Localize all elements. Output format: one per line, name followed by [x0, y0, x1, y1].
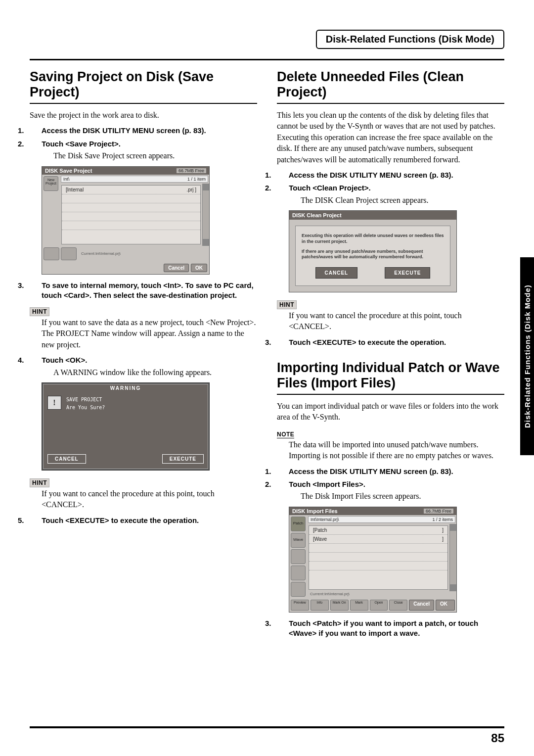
scroll-up-icon[interactable]: [450, 524, 456, 531]
screenshot-warning-dialog: WARNING ! SAVE PROJECT Are You Sure? CAN…: [42, 382, 210, 471]
side-tab: Disk-Related Functions (Disk Mode): [520, 257, 534, 455]
step-r3: 3. Touch <EXECUTE> to execute the operat…: [277, 337, 504, 347]
header-rule: [30, 59, 504, 60]
section-import-files: Importing Individual Patch or Wave Files…: [277, 360, 504, 391]
card-icon[interactable]: [291, 582, 306, 597]
import-cancel-button[interactable]: Cancel: [409, 600, 434, 611]
screenshot-clean-project: DISK Clean Project Executing this operat…: [289, 210, 457, 292]
right-column: Delete Unneeded Files (Clean Project) Th…: [277, 69, 504, 643]
mark-button[interactable]: Mark: [350, 600, 368, 611]
shot1-items: 1 / 1 item: [187, 177, 206, 182]
file-row-wave[interactable]: [Wave ]: [309, 535, 447, 544]
file-row-empty: [309, 562, 447, 570]
section-rule: [277, 394, 504, 395]
step-r2: 2. Touch <Clean Project>. The DISK Clean…: [277, 183, 504, 205]
scroll-up-icon[interactable]: [203, 184, 209, 190]
patch-tab[interactable]: Patch: [291, 517, 306, 531]
section-clean-project: Delete Unneeded Files (Clean Project): [277, 69, 504, 100]
row-name: [Internal: [66, 187, 187, 192]
step-2: 2. Touch <Save Project>. The Disk Save P…: [30, 139, 257, 161]
open-button[interactable]: Open: [370, 600, 388, 611]
ok-button[interactable]: OK: [191, 264, 207, 272]
clean-cancel-button[interactable]: CANCEL: [315, 267, 358, 279]
row-ext: ]: [442, 527, 444, 533]
step-5: 5. Touch <EXECUTE> to execute the operat…: [30, 516, 257, 525]
scroll-down-icon[interactable]: [450, 584, 456, 591]
step-r6-text: Touch <Patch> if you want to import a pa…: [289, 619, 478, 637]
current-path: Current:Int\Internal.prj\: [78, 251, 209, 256]
step-1-text: Access the DISK UTILITY MENU screen (p. …: [42, 126, 206, 135]
scroll-down-icon[interactable]: [203, 239, 209, 246]
clean-msg1: Executing this operation will delete unu…: [302, 233, 444, 244]
step-5-text: Touch <EXECUTE> to execute the operation…: [42, 516, 199, 524]
step-r1-text: Access the DISK UTILITY MENU screen (p. …: [289, 171, 453, 179]
scrollbar[interactable]: [449, 524, 456, 591]
info-button[interactable]: Info: [311, 600, 329, 611]
step-r2-text: Touch <Clean Project>.: [289, 184, 371, 192]
step-r5-sub: The Disk Import Files screen appears.: [301, 491, 504, 502]
step-r4: 1. Access the DISK UTILITY MENU screen (…: [277, 467, 504, 476]
step-4-sub: A WARNING window like the following appe…: [53, 367, 257, 378]
shot2-items: 1 / 2 items: [432, 517, 453, 522]
shot1-free: 66.7MB Free: [177, 168, 206, 173]
intro-save: Save the project in the work area to dis…: [30, 110, 257, 121]
import-ok-button[interactable]: OK: [436, 600, 455, 611]
shot2-free: 66.7MB Free: [424, 509, 453, 514]
step-4: 4. Touch <OK>. A WARNING window like the…: [30, 355, 257, 378]
int-icon[interactable]: [291, 566, 306, 580]
step-r3-text: Touch <EXECUTE> to execute the operation…: [289, 338, 446, 346]
preview-button[interactable]: Preview: [291, 600, 309, 611]
step-2-sub: The Disk Save Project screen appears.: [53, 150, 257, 161]
screenshot-disk-save-project: DISK Save Project 66.7MB Free New Projec…: [42, 166, 210, 275]
markon-button[interactable]: Mark On: [330, 600, 349, 611]
close-button[interactable]: Close: [389, 600, 407, 611]
step-3-text: To save to internal memory, touch <Int>.…: [42, 281, 254, 299]
step-r6: 3. Touch <Patch> if you want to import a…: [277, 618, 504, 639]
hint-2: If you want to cancel the procedure at t…: [42, 488, 257, 511]
chapter-header: Disk-Related Functions (Disk Mode): [316, 30, 504, 49]
step-r2-sub: The DISK Clean Project screen appears.: [301, 195, 504, 206]
cancel-button[interactable]: Cancel: [164, 264, 189, 272]
step-r5-text: Touch <Import Files>.: [289, 480, 365, 488]
shot1-title: DISK Save Project: [45, 168, 92, 174]
warning-icon: !: [47, 396, 61, 410]
warn-line2: Are You Sure?: [66, 404, 105, 412]
file-row-empty: [309, 544, 447, 553]
file-row-patch[interactable]: [Patch ]: [309, 526, 447, 535]
new-project-button[interactable]: New Project: [44, 176, 58, 191]
row-name: [Wave: [313, 536, 442, 542]
preset-icon[interactable]: [291, 549, 306, 564]
shot2-title: DISK Import Files: [292, 508, 338, 514]
int-icon[interactable]: [44, 247, 59, 260]
wave-tab[interactable]: Wave: [291, 533, 306, 548]
file-row-empty: [309, 553, 447, 562]
row-name: [Patch: [313, 527, 442, 533]
intro-clean: This lets you clean up the contents of t…: [277, 110, 504, 165]
warn-execute-button[interactable]: EXECUTE: [162, 454, 204, 464]
shot1-path: Int\: [63, 177, 70, 182]
footer-rule: [30, 726, 504, 728]
step-4-text: Touch <OK>.: [42, 356, 87, 364]
section-rule: [277, 103, 504, 104]
step-1: 1. Access the DISK UTILITY MENU screen (…: [30, 126, 257, 136]
warn-title: WARNING: [44, 384, 208, 392]
row-ext: ]: [442, 536, 444, 542]
hint-label: HINT: [30, 307, 49, 316]
hint-r1: If you want to cancel the procedure at t…: [289, 310, 504, 332]
file-row-internal[interactable]: [Internal .prj ]: [62, 186, 200, 194]
step-3: 3. To save to internal memory, touch <In…: [30, 281, 257, 301]
note-import: The data will be imported into unused pa…: [289, 439, 504, 462]
left-column: Saving Project on Disk (Save Project) Sa…: [30, 69, 257, 643]
scrollbar[interactable]: [202, 184, 209, 246]
file-row-empty: [62, 212, 200, 221]
warn-cancel-button[interactable]: CANCEL: [47, 454, 86, 464]
file-row-empty: [62, 221, 200, 230]
step-r5: 2. Touch <Import Files>. The Disk Import…: [277, 479, 504, 502]
warn-line1: SAVE PROJECT: [66, 396, 105, 404]
screenshot-disk-import-files: DISK Import Files 66.7MB Free Patch Wave…: [289, 507, 457, 613]
file-row-empty: [62, 194, 200, 203]
shot2-path: Int\Internal.prj\: [311, 517, 339, 522]
clean-execute-button[interactable]: EXECUTE: [385, 267, 430, 279]
file-row-empty: [62, 203, 200, 212]
card-icon[interactable]: [61, 247, 77, 260]
